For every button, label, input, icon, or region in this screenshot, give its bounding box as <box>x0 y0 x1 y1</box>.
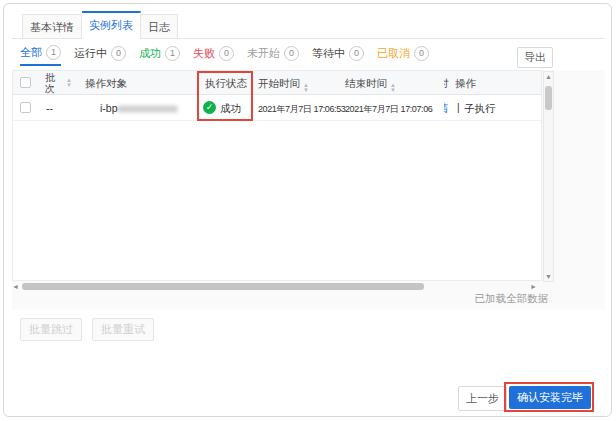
column-header-batch: 批次 <box>45 72 57 94</box>
table-header-row: 批次 操作对象 执行状态 开始时间 结束时间 时 操作 <box>13 71 541 95</box>
table-row: -- i-bpxxxxxxxxxxxx 成功 2021年7月7日 17:06:5… <box>13 95 541 121</box>
instance-id-link[interactable]: i-bpxxxxxxxxxxxx <box>100 102 178 114</box>
all-data-loaded-note: 已加载全部数据 <box>475 292 549 306</box>
filter-label: 已取消 <box>377 46 410 61</box>
row-checkbox[interactable] <box>20 102 31 113</box>
filter-count-badge: 0 <box>219 46 234 61</box>
execution-dialog: 基本详情 实例列表 日志 全部 1 运行中 0 成功 1 失败 0 未开始 0 … <box>0 0 616 421</box>
select-all-checkbox[interactable] <box>20 77 31 88</box>
action-separator: | <box>457 102 460 113</box>
filter-count-badge: 0 <box>111 46 126 61</box>
row-start-time: 2021年7月7日 17:06:53 <box>258 103 345 116</box>
instance-table: 批次 操作对象 执行状态 开始时间 结束时间 时 操作 -- i-bpxxxxx… <box>12 70 542 281</box>
filter-label: 失败 <box>193 46 215 61</box>
sort-icon-end-time[interactable] <box>390 83 396 93</box>
batch-action-bar: 批量跳过 批量重试 <box>20 318 154 341</box>
sub-execution-link[interactable]: 子执行 <box>464 102 496 116</box>
column-header-clipped: 时 <box>444 77 449 91</box>
vertical-scrollbar[interactable]: ▲ ▼ <box>543 71 554 282</box>
confirm-install-complete-button[interactable]: 确认安装完毕 <box>509 386 591 409</box>
previous-step-button[interactable]: 上一步 <box>458 386 507 411</box>
filter-label: 运行中 <box>74 46 107 61</box>
filter-count-badge: 1 <box>165 46 180 61</box>
filter-failed[interactable]: 失败 0 <box>193 46 234 65</box>
tab-logs[interactable]: 日志 <box>141 14 178 39</box>
scroll-down-icon[interactable]: ▼ <box>544 273 553 280</box>
column-header-end-time: 结束时间 <box>345 77 396 93</box>
filter-running[interactable]: 运行中 0 <box>74 46 126 65</box>
filter-cancelled[interactable]: 已取消 0 <box>377 46 429 65</box>
success-icon <box>203 101 216 114</box>
filter-not-started[interactable]: 未开始 0 <box>247 46 299 65</box>
filter-waiting[interactable]: 等待中 0 <box>312 46 364 65</box>
batch-skip-button[interactable]: 批量跳过 <box>20 318 82 341</box>
scroll-up-icon[interactable]: ▲ <box>544 73 553 80</box>
row-status-label: 成功 <box>220 102 241 116</box>
column-header-start-time: 开始时间 <box>258 77 309 93</box>
column-header-status: 执行状态 <box>205 77 247 91</box>
status-filter-bar: 全部 1 运行中 0 成功 1 失败 0 未开始 0 等待中 0 已取消 0 <box>20 45 442 66</box>
filter-all[interactable]: 全部 1 <box>20 45 61 66</box>
batch-retry-button[interactable]: 批量重试 <box>92 318 154 341</box>
export-button[interactable]: 导出 <box>517 47 553 68</box>
row-end-time: 2021年7月7日 17:07:06 <box>345 103 432 116</box>
scroll-right-icon[interactable]: ► <box>530 282 537 291</box>
filter-success[interactable]: 成功 1 <box>139 46 180 65</box>
table-region: 批次 操作对象 执行状态 开始时间 结束时间 时 操作 -- i-bpxxxxx… <box>12 70 605 309</box>
filter-label: 未开始 <box>247 46 280 61</box>
filter-count-badge: 0 <box>284 46 299 61</box>
sort-icon-batch[interactable] <box>66 78 72 88</box>
filter-count-badge: 0 <box>349 46 364 61</box>
tab-bar: 基本详情 实例列表 日志 <box>22 11 178 39</box>
filter-count-badge: 0 <box>414 46 429 61</box>
column-header-actions: 操作 <box>455 77 476 91</box>
scroll-left-icon[interactable]: ◄ <box>12 282 19 291</box>
filter-count-badge: 1 <box>46 45 61 60</box>
horizontal-scrollbar-thumb[interactable] <box>22 283 424 290</box>
row-batch-value: -- <box>46 102 53 114</box>
tab-instance-list[interactable]: 实例列表 <box>82 11 141 39</box>
tab-basic-details[interactable]: 基本详情 <box>22 14 82 39</box>
filter-label: 全部 <box>20 45 42 60</box>
sort-icon-start-time[interactable] <box>303 83 309 93</box>
vertical-scrollbar-thumb[interactable] <box>545 86 552 110</box>
filter-label: 成功 <box>139 46 161 61</box>
row-clipped-link[interactable]: 情 <box>444 102 449 116</box>
horizontal-scrollbar[interactable]: ◄ ► <box>12 282 540 291</box>
redacted-instance-id: xxxxxxxxxxxx <box>118 103 178 114</box>
filter-label: 等待中 <box>312 46 345 61</box>
column-header-target: 操作对象 <box>85 77 127 91</box>
